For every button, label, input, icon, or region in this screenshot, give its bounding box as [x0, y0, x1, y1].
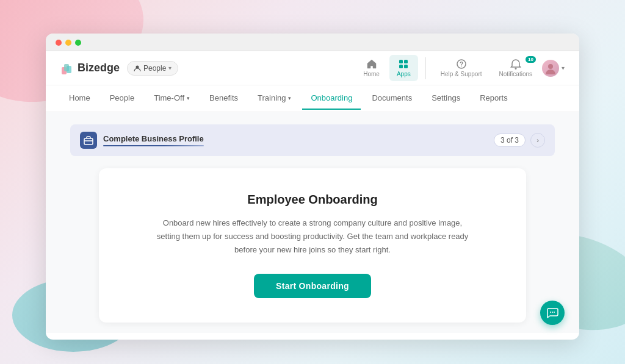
help-icon: ?	[456, 59, 467, 70]
onboarding-title: Employee Onboarding	[118, 193, 507, 207]
progress-chevron-button[interactable]: ›	[530, 133, 545, 148]
subnav-people[interactable]: People	[101, 87, 143, 110]
logo-text: Bizedge	[78, 62, 120, 74]
browser-dot-red[interactable]	[56, 40, 62, 46]
svg-rect-12	[84, 138, 93, 145]
logo-icon	[60, 61, 75, 76]
progress-label-text: Complete Business Profile	[103, 134, 204, 143]
app-container: Bizedge People ▾	[46, 51, 579, 333]
chevron-down-icon: ▾	[168, 65, 172, 71]
subnav-documents[interactable]: Documents	[363, 87, 421, 110]
person-icon	[134, 65, 141, 72]
avatar-icon	[544, 62, 557, 74]
nav-item-help[interactable]: ? Help & Support	[433, 55, 490, 81]
progress-badge-area: 3 of 3 ›	[494, 133, 545, 148]
progress-banner-left: Complete Business Profile	[80, 132, 204, 149]
avatar	[542, 60, 559, 77]
notifications-label: Notifications	[499, 71, 532, 77]
svg-point-10	[515, 68, 516, 70]
apps-label: Apps	[397, 71, 411, 77]
top-navbar: Bizedge People ▾	[46, 51, 579, 85]
nav-item-apps[interactable]: Apps	[389, 55, 418, 81]
home-icon	[366, 59, 377, 70]
svg-rect-2	[67, 66, 71, 73]
help-label: Help & Support	[441, 71, 482, 77]
notification-badge: 10	[526, 56, 536, 63]
subnav-reports[interactable]: Reports	[471, 87, 516, 110]
progress-label: Complete Business Profile	[103, 134, 204, 146]
progress-count: 3 of 3	[494, 134, 526, 147]
subnav-timeoff[interactable]: Time-Off ▾	[145, 87, 198, 110]
briefcase-svg	[84, 135, 93, 145]
subnav-home[interactable]: Home	[60, 87, 99, 110]
people-dropdown[interactable]: People ▾	[127, 61, 178, 76]
people-dropdown-label: People	[143, 64, 166, 73]
browser-dots	[56, 40, 569, 46]
progress-banner: Complete Business Profile 3 of 3 ›	[70, 124, 555, 156]
nav-icons: Home Apps ?	[356, 55, 565, 81]
subnav-benefits[interactable]: Benefits	[201, 87, 247, 110]
subnav-training[interactable]: Training ▾	[249, 87, 300, 110]
main-content: Complete Business Profile 3 of 3 › Emplo…	[46, 112, 579, 333]
logo: Bizedge	[60, 61, 120, 76]
onboarding-description: Onboard new hires effectively to create …	[154, 216, 471, 257]
notification-icon	[510, 59, 521, 70]
chat-fab-button[interactable]	[540, 301, 565, 325]
apps-icon	[398, 59, 409, 70]
home-label: Home	[363, 71, 380, 77]
nav-item-home[interactable]: Home	[356, 55, 387, 81]
chat-icon	[546, 307, 558, 319]
avatar-area[interactable]: ▾	[542, 60, 565, 77]
browser-dot-yellow[interactable]	[65, 40, 71, 46]
nav-divider	[425, 57, 426, 79]
browser-chrome	[46, 34, 579, 51]
svg-point-16	[554, 312, 555, 313]
sub-navbar: Home People Time-Off ▾ Benefits Training…	[46, 85, 579, 112]
logo-area: Bizedge People ▾	[60, 61, 178, 76]
svg-rect-4	[399, 60, 403, 63]
browser-window: Bizedge People ▾	[46, 34, 579, 340]
svg-rect-7	[404, 65, 408, 68]
briefcase-icon	[80, 132, 97, 149]
svg-point-15	[552, 312, 553, 313]
nav-item-notifications[interactable]: 10 Notifications	[492, 55, 540, 81]
start-onboarding-button[interactable]: Start Onboarding	[254, 274, 371, 298]
svg-text:?: ?	[460, 61, 463, 68]
svg-rect-6	[399, 65, 403, 68]
subnav-onboarding[interactable]: Onboarding	[302, 87, 361, 110]
svg-point-11	[548, 64, 553, 69]
subnav-settings[interactable]: Settings	[423, 87, 469, 110]
chevron-down-training-icon: ▾	[288, 95, 291, 101]
browser-dot-green[interactable]	[75, 40, 81, 46]
chevron-down-avatar-icon: ▾	[562, 65, 565, 71]
svg-point-14	[550, 312, 551, 313]
onboarding-card: Employee Onboarding Onboard new hires ef…	[99, 168, 526, 323]
svg-rect-5	[404, 60, 408, 63]
progress-underline	[103, 145, 204, 146]
chevron-down-timeoff-icon: ▾	[187, 95, 190, 101]
